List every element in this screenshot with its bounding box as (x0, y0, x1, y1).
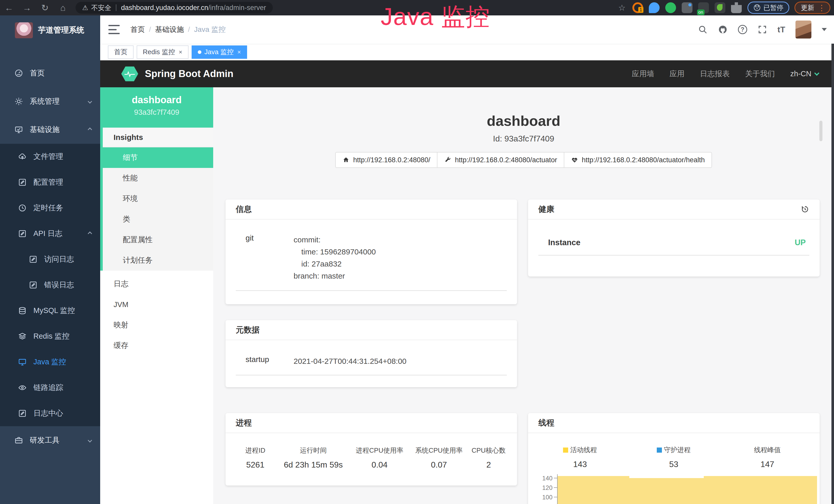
y-tickmark (554, 487, 557, 488)
font-size-icon[interactable]: tT (777, 25, 785, 35)
tab-redis-monitor[interactable]: Redis 监控× (137, 45, 189, 59)
actuator-url-button[interactable]: http://192.168.0.2:48080/actuator (437, 152, 564, 168)
sba-nav-applications[interactable]: 应用 (670, 69, 684, 79)
search-icon[interactable] (698, 25, 708, 35)
sba-nav-about[interactable]: 关于我们 (745, 69, 775, 79)
eye-icon (18, 383, 27, 392)
health-card-title: 健康 (539, 204, 554, 215)
sba-item-metrics[interactable]: 性能 (103, 168, 213, 188)
extension-icon-orange[interactable]: 1 (632, 2, 643, 13)
page-scrollbar-thumb[interactable] (819, 121, 822, 141)
health-instance-row: Instance UP (539, 238, 809, 255)
sidebar-item-home[interactable]: 首页 (0, 59, 100, 87)
home-icon[interactable]: ⌂ (54, 3, 72, 13)
sidebar-item-api-log[interactable]: API 日志 (0, 221, 100, 247)
y-tick-100: 100 (528, 494, 552, 501)
user-avatar[interactable] (795, 21, 811, 39)
app-logo-row[interactable]: 芋道管理系统 (0, 16, 100, 45)
sidebar-item-label: 配置管理 (34, 177, 63, 187)
git-id-line: id: 27aa832 (293, 258, 376, 270)
sba-item-environment[interactable]: 环境 (103, 188, 213, 209)
address-bar[interactable]: ⚠ 不安全 dashboard.yudao.iocoder.cn /infra/… (75, 2, 273, 14)
clock-icon (18, 204, 27, 212)
chevron-up-icon (88, 128, 92, 132)
sba-item-config-props[interactable]: 配置属性 (103, 230, 213, 250)
extension-icon-leaf[interactable] (715, 2, 725, 13)
sba-instance-header[interactable]: dashboard 93a3fc7f7409 (100, 87, 213, 128)
sidebar-item-mysql-monitor[interactable]: MySQL 监控 (0, 298, 100, 323)
sba-item-scheduled-tasks[interactable]: 计划任务 (103, 250, 213, 271)
sidebar-item-label: 定时任务 (34, 203, 63, 213)
sba-nav-journal[interactable]: 日志报表 (700, 69, 730, 79)
extensions-puzzle-icon[interactable] (731, 2, 742, 13)
tab-label: Java 监控 (204, 47, 234, 56)
reload-icon[interactable]: ↻ (36, 3, 54, 13)
sidebar-item-file-mgmt[interactable]: 文件管理 (0, 144, 100, 169)
close-icon[interactable]: × (237, 48, 241, 56)
sidebar-item-tracing[interactable]: 链路追踪 (0, 375, 100, 400)
extension-icon-green-circle[interactable] (665, 2, 676, 13)
sba-item-classes[interactable]: 类 (103, 209, 213, 230)
sba-nav-wall[interactable]: 应用墙 (632, 69, 654, 79)
health-card: 健康 Instance UP (528, 200, 820, 276)
sidebar-item-java-monitor[interactable]: Java 监控 (0, 349, 100, 375)
sba-item-details[interactable]: 细节 (103, 147, 213, 168)
sba-logo-icon[interactable] (121, 67, 138, 82)
tab-label: 首页 (114, 47, 127, 56)
service-url-button[interactable]: http://192.168.0.2:48080/ (335, 152, 437, 168)
sba-item-caches[interactable]: 缓存 (100, 335, 213, 356)
breadcrumb-section: 基础设施 (155, 25, 184, 35)
fullscreen-icon[interactable] (758, 25, 767, 35)
not-secure-label[interactable]: 不安全 (91, 3, 111, 12)
forward-icon[interactable]: → (18, 3, 36, 13)
sidebar-item-label: Java 监控 (34, 357, 66, 367)
threads-card: 线程 活动线程143 守护进程53 线程峰值147 140 120 100 (528, 413, 820, 504)
sidebar-item-error-log[interactable]: 错误日志 (0, 272, 100, 298)
sidebar-item-infra[interactable]: 基础设施 (0, 116, 100, 144)
sidebar-item-label: API 日志 (34, 229, 62, 239)
close-icon[interactable]: × (179, 48, 182, 56)
profile-paused-chip[interactable]: 😯 已暂停 (747, 2, 789, 14)
sba-item-mappings[interactable]: 映射 (100, 315, 213, 335)
sba-item-jvm[interactable]: JVM (100, 294, 213, 315)
chevron-down-icon (88, 438, 92, 443)
sba-item-logs[interactable]: 日志 (100, 274, 213, 294)
history-icon[interactable] (800, 205, 809, 214)
sidebar-item-system[interactable]: 系统管理 (0, 87, 100, 116)
git-commit-line: commit: (293, 234, 376, 246)
insights-header[interactable]: Insights (103, 128, 213, 147)
url-host[interactable]: dashboard.yudao.iocoder.cn (121, 4, 208, 12)
tab-label: Redis 监控 (143, 47, 175, 56)
bookmark-star-icon[interactable]: ☆ (618, 3, 626, 13)
user-menu-caret-icon[interactable] (822, 28, 827, 31)
sidebar-item-scheduled-jobs[interactable]: 定时任务 (0, 195, 100, 221)
back-icon[interactable]: ← (0, 3, 18, 13)
tab-home[interactable]: 首页 (108, 45, 134, 59)
help-icon[interactable]: ? (738, 25, 747, 34)
health-url-button[interactable]: http://192.168.0.2:48080/actuator/health (564, 152, 712, 168)
extension-icon-grid[interactable] (682, 2, 693, 13)
profile-emoji: 😯 (753, 4, 761, 12)
extension-icon-pin[interactable] (649, 2, 660, 13)
tab-java-monitor[interactable]: Java 监控× (192, 45, 247, 59)
url-path[interactable]: /infra/admin-server (208, 4, 266, 12)
window-scrollbar[interactable] (831, 42, 834, 504)
threads-card-title: 线程 (528, 413, 820, 433)
extension-icon-dark[interactable]: on (698, 2, 709, 13)
sidebar-item-access-log[interactable]: 访问日志 (0, 247, 100, 272)
github-icon[interactable] (718, 25, 728, 35)
sba-locale-select[interactable]: zh-CN (790, 70, 818, 78)
sidebar-item-redis-monitor[interactable]: Redis 监控 (0, 323, 100, 349)
browser-menu-icon[interactable]: ⋮ (818, 3, 826, 12)
sba-body: dashboard 93a3fc7f7409 Insights 细节 性能 环境… (100, 87, 834, 504)
log-edit-icon (18, 229, 27, 238)
system-cpu-value: 0.07 (410, 460, 468, 469)
sidebar-item-config-mgmt[interactable]: 配置管理 (0, 169, 100, 195)
status-badge: UP (795, 238, 809, 247)
chrome-update-button[interactable]: 更新 ⋮ (794, 2, 830, 14)
sba-brand-title[interactable]: Spring Boot Admin (145, 68, 234, 79)
sidebar-toggle-icon[interactable] (108, 25, 120, 34)
sidebar-item-dev-tools[interactable]: 研发工具 (0, 426, 100, 455)
sidebar-item-log-center[interactable]: 日志中心 (0, 400, 100, 426)
breadcrumb-home[interactable]: 首页 (130, 25, 145, 35)
